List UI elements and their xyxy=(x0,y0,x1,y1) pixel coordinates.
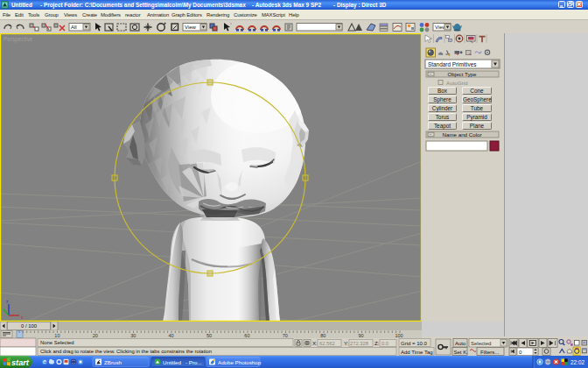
svg-text:Object Type: Object Type xyxy=(448,71,477,77)
svg-text:22:02: 22:02 xyxy=(570,359,584,365)
svg-text:All: All xyxy=(71,25,77,30)
svg-text:Set K.: Set K. xyxy=(454,350,469,355)
svg-text:80: 80 xyxy=(320,333,326,338)
svg-text:60: 60 xyxy=(244,333,249,338)
svg-text:Click and drag to rotate the v: Click and drag to rotate the view. Click… xyxy=(40,349,212,354)
svg-text:0 / 100: 0 / 100 xyxy=(21,323,38,329)
svg-text:Perspective: Perspective xyxy=(4,36,33,43)
svg-text:40: 40 xyxy=(169,333,174,338)
svg-text:ZBrush: ZBrush xyxy=(104,359,122,365)
svg-text:None Selected: None Selected xyxy=(40,340,74,345)
svg-text:70: 70 xyxy=(283,333,288,338)
svg-text:Add Time Tag: Add Time Tag xyxy=(401,350,433,355)
svg-text:30: 30 xyxy=(130,333,136,338)
svg-text:Standard Primitives: Standard Primitives xyxy=(428,61,476,67)
svg-text:AutoGrid: AutoGrid xyxy=(446,80,468,86)
svg-text:Untitled: Untitled xyxy=(163,359,182,365)
svg-text:Y:: Y: xyxy=(344,340,349,346)
svg-text:X:: X: xyxy=(312,340,318,346)
svg-text:Selected: Selected xyxy=(471,341,491,346)
svg-text:Filters...: Filters... xyxy=(480,350,500,355)
svg-text:Grid = 10.0: Grid = 10.0 xyxy=(401,341,428,346)
svg-text:50: 50 xyxy=(206,333,212,338)
svg-text:Z:: Z: xyxy=(374,340,380,346)
svg-text:272.328: 272.328 xyxy=(350,341,368,346)
svg-text:e: e xyxy=(43,358,46,364)
svg-text:Name and Color: Name and Color xyxy=(442,131,481,138)
svg-text:- Pro...: - Pro... xyxy=(186,359,202,365)
svg-text:0.0: 0.0 xyxy=(382,341,388,346)
svg-text:Auto: Auto xyxy=(455,341,466,346)
svg-text:Adobe Photoshop: Adobe Photoshop xyxy=(218,359,262,365)
svg-text:10: 10 xyxy=(54,333,60,338)
svg-text:20: 20 xyxy=(93,333,98,338)
svg-text:100: 100 xyxy=(395,333,402,338)
svg-text:90: 90 xyxy=(359,333,364,338)
svg-text:62.562: 62.562 xyxy=(319,341,335,346)
svg-text:View: View xyxy=(185,25,197,30)
svg-text:start: start xyxy=(11,358,30,367)
svg-text:-: - xyxy=(430,131,431,137)
svg-text:-: - xyxy=(430,71,431,76)
